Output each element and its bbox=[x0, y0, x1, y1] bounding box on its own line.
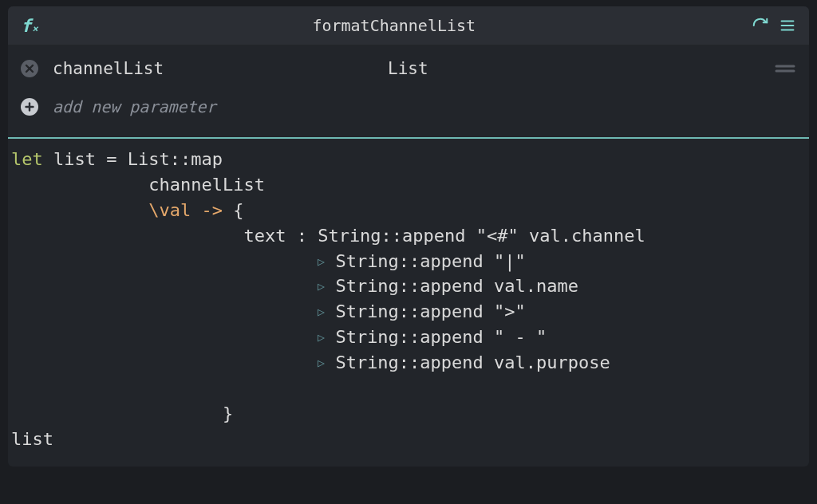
append-call: String::append bbox=[318, 226, 465, 246]
add-parameter-button[interactable]: add new parameter bbox=[21, 97, 796, 116]
function-icon: f× bbox=[21, 16, 37, 36]
pipe-icon: ▷ bbox=[318, 304, 325, 321]
plus-icon bbox=[21, 98, 38, 116]
lambda-var: val bbox=[159, 200, 191, 220]
arrow: -> bbox=[191, 200, 233, 220]
pipe-icon: ▷ bbox=[318, 278, 325, 296]
pipe-icon: ▷ bbox=[318, 329, 325, 347]
panel-header: f× formatChannelList bbox=[8, 6, 809, 45]
parameter-type[interactable]: List bbox=[388, 59, 774, 78]
fn-name: List::map bbox=[128, 149, 223, 169]
menu-icon[interactable] bbox=[777, 15, 798, 36]
refresh-icon[interactable] bbox=[750, 15, 771, 36]
function-name[interactable]: formatChannelList bbox=[37, 16, 750, 35]
result-expr: list bbox=[11, 429, 53, 449]
add-parameter-label: add new parameter bbox=[53, 97, 216, 116]
pipe-icon: ▷ bbox=[318, 355, 325, 372]
remove-parameter-icon[interactable] bbox=[21, 60, 38, 77]
parameters-panel: channelList List add new parameter bbox=[8, 45, 809, 128]
pipe-icon: ▷ bbox=[318, 254, 325, 271]
drag-handle-icon[interactable] bbox=[774, 63, 796, 74]
parameter-name[interactable]: channelList bbox=[53, 59, 388, 78]
record-field: text bbox=[243, 226, 286, 246]
code-editor[interactable]: let list = List::map channelList \val ->… bbox=[8, 139, 809, 467]
lambda-backslash: \ bbox=[148, 200, 159, 220]
parameter-row[interactable]: channelList List bbox=[21, 59, 796, 78]
arg-1: channelList bbox=[148, 175, 265, 195]
keyword-let: let bbox=[11, 149, 43, 169]
binding-name: list bbox=[53, 149, 96, 169]
